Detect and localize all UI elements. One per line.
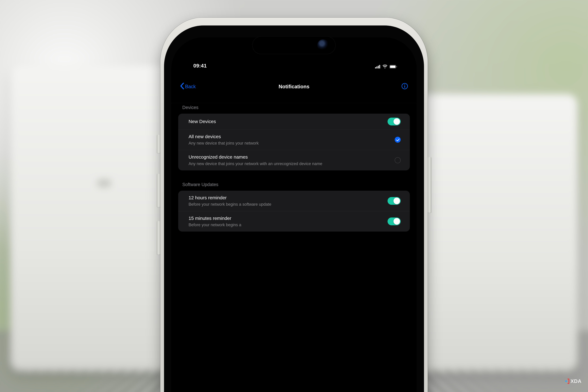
svg-point-9: [404, 84, 405, 85]
wifi-icon: [382, 65, 388, 69]
row-unrecognized-devices[interactable]: Unrecognized device names Any new device…: [178, 150, 410, 170]
back-button[interactable]: Back: [180, 83, 196, 90]
phone-mockup: 09:41 Ba: [160, 18, 428, 392]
phone-mute-switch: [157, 135, 160, 153]
svg-rect-2: [376, 66, 377, 68]
row-new-devices[interactable]: New Devices: [178, 114, 410, 130]
toggle-15m-reminder[interactable]: [388, 218, 401, 225]
dynamic-island: [252, 36, 336, 54]
page-title: Notifications: [171, 84, 417, 90]
svg-rect-3: [378, 66, 379, 68]
toggle-new-devices[interactable]: [388, 118, 401, 126]
phone-volume-up: [157, 174, 160, 207]
phone-power-button: [428, 157, 431, 213]
row-title: All new devices: [188, 134, 391, 140]
section-header-updates: Software Updates: [171, 179, 417, 191]
updates-card: 12 hours reminder Before your network be…: [178, 191, 410, 232]
row-15m-reminder[interactable]: 15 minutes reminder Before your network …: [178, 211, 410, 232]
row-sub: Any new device that joins your network: [188, 140, 391, 146]
row-sub: Before your network begins a: [188, 222, 384, 228]
row-title: 12 hours reminder: [188, 195, 384, 201]
devices-card: New Devices All new devices Any new devi…: [178, 114, 410, 170]
settings-content[interactable]: Devices New Devices All new devices Any …: [171, 103, 417, 392]
row-sub: Any new device that joins your network w…: [188, 161, 391, 166]
toggle-12h-reminder[interactable]: [388, 197, 401, 205]
svg-rect-1: [375, 67, 376, 68]
phone-volume-down: [157, 221, 160, 254]
app-screen: 09:41 Ba: [171, 38, 417, 392]
xda-watermark: XDA: [565, 378, 582, 384]
svg-rect-0: [565, 380, 567, 382]
svg-rect-4: [379, 65, 380, 68]
info-icon: [402, 83, 408, 90]
svg-rect-10: [404, 86, 405, 88]
row-title: Unrecognized device names: [188, 154, 391, 160]
battery-icon: [389, 65, 397, 69]
svg-rect-7: [396, 66, 397, 68]
svg-rect-6: [390, 66, 396, 68]
chevron-left-icon: [180, 83, 185, 90]
back-label: Back: [185, 84, 196, 90]
background-device-logo: ee: [98, 176, 110, 189]
radio-unrecognized-devices[interactable]: [395, 157, 401, 163]
row-title: 15 minutes reminder: [188, 215, 384, 222]
section-header-devices: Devices: [171, 103, 417, 114]
nav-bar: Back Notifications: [171, 70, 417, 103]
xda-text: XDA: [571, 378, 582, 384]
row-all-new-devices[interactable]: All new devices Any new device that join…: [178, 130, 410, 150]
info-button[interactable]: [402, 83, 408, 90]
row-12h-reminder[interactable]: 12 hours reminder Before your network be…: [178, 191, 410, 211]
radio-all-new-devices[interactable]: [395, 137, 401, 143]
cellular-icon: [375, 65, 381, 69]
row-sub: Before your network begins a software up…: [188, 202, 384, 207]
row-title: New Devices: [188, 118, 384, 125]
status-time: 09:41: [193, 63, 207, 69]
xda-bracket-icon: [565, 378, 570, 384]
